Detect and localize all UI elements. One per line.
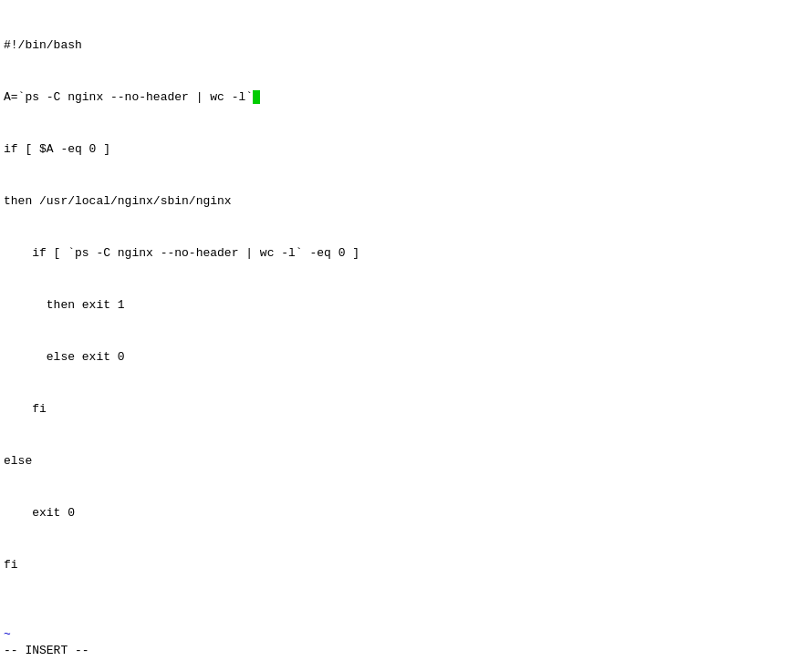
line-9: else <box>4 452 808 470</box>
code-content: #!/bin/bash A=`ps -C nginx --no-header |… <box>4 2 808 661</box>
line-8: fi <box>4 400 808 418</box>
line-3: if [ $A -eq 0 ] <box>4 140 808 158</box>
line-4: then /usr/local/nginx/sbin/nginx <box>4 192 808 210</box>
vim-editor[interactable]: #!/bin/bash A=`ps -C nginx --no-header |… <box>0 0 812 661</box>
line-7: else exit 0 <box>4 348 808 366</box>
line-10: exit 0 <box>4 504 808 522</box>
insert-mode-label: -- INSERT -- <box>4 644 89 657</box>
line-1: #!/bin/bash <box>4 36 808 54</box>
status-bar: -- INSERT -- <box>0 640 812 661</box>
text-cursor <box>253 90 260 104</box>
line-5: if [ `ps -C nginx --no-header | wc -l` -… <box>4 244 808 262</box>
line-6: then exit 1 <box>4 296 808 314</box>
line-11: fi <box>4 556 808 573</box>
line-2: A=`ps -C nginx --no-header | wc -l` <box>4 88 808 106</box>
